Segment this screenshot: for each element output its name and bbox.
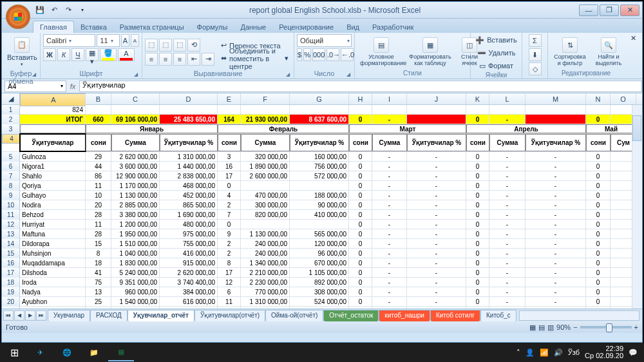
cell[interactable]: 1 000 000,00 [111,307,160,309]
column-header[interactable]: C [111,93,160,104]
cell[interactable]: 960 000,00 [111,287,160,296]
tray-notifications-icon[interactable]: 💬 [629,348,638,357]
cell[interactable]: - [489,268,526,277]
cell[interactable]: 0 [586,191,611,200]
row-header[interactable]: 1 [2,105,20,115]
sheet-tab[interactable]: Ойма-ой(отчёт) [265,310,323,321]
column-header[interactable]: H [349,93,372,104]
format-cells-button[interactable]: ▭Формат [477,60,516,71]
cell[interactable]: 320 000,00 [241,152,290,161]
cell[interactable]: - [526,162,586,171]
cell[interactable]: 0 [466,307,489,309]
cell[interactable]: - [489,181,526,190]
sort-filter-button[interactable]: ⇅Сортировка и фильтр [551,36,589,68]
sheet-tab[interactable]: Отчёт_остаток [323,310,379,321]
cell[interactable] [160,105,218,114]
cell[interactable]: - [372,307,407,309]
cell[interactable]: - [489,115,526,124]
cell[interactable]: 824 [20,105,86,114]
italic-button[interactable]: К [57,48,70,61]
cell[interactable]: - [407,287,466,296]
dialog-launcher-icon[interactable]: ◢ [31,71,37,78]
cell[interactable]: - [526,297,586,306]
row-header[interactable]: 7 [2,171,20,181]
number-format-select[interactable]: Общий▾ [297,34,352,47]
cell[interactable]: - [526,268,586,277]
font-color-button[interactable]: A [118,48,135,61]
cell[interactable]: - [526,278,586,287]
view-layout-icon[interactable]: ▤ [538,323,545,332]
cell[interactable]: Behzod [20,210,86,219]
ribbon-close-icon[interactable]: ✕ [630,34,639,43]
cell[interactable]: 15 [86,239,111,248]
cell[interactable]: Iroda [20,278,86,287]
cell[interactable]: - [407,191,466,200]
fx-icon[interactable]: fx [66,82,79,90]
cell[interactable]: 0 [349,268,372,277]
cell[interactable]: 0 [466,249,489,258]
cell[interactable]: - [372,268,407,277]
cell[interactable]: 0 [586,268,611,277]
grow-font-icon[interactable]: A [121,34,129,47]
column-header[interactable]: L [489,93,526,104]
cell[interactable]: 0 [466,287,489,296]
column-header[interactable]: F [241,93,290,104]
taskbar-app-chrome[interactable]: 🌐 [54,343,80,361]
sheet-tab[interactable]: Китоб сотилг [430,310,480,321]
cell[interactable]: 0 [349,181,372,190]
row-header[interactable]: 19 [2,287,20,297]
cell[interactable]: Dilshoda [20,268,86,277]
cell[interactable]: 565 000,00 [290,229,349,238]
cell[interactable]: 572 000,00 [290,171,349,180]
percent-icon[interactable]: % [303,48,311,61]
worksheet-grid[interactable]: ◢ ABCDEFGHIJKLMNO 18242ИТОГ66069 106 000… [2,93,642,309]
cell[interactable] [111,105,160,114]
dialog-launcher-icon[interactable]: ◢ [285,71,291,78]
cell[interactable]: 384 000,00 [160,287,218,296]
row-header[interactable]: 16 [2,258,20,268]
cell[interactable]: Muhsinjon [20,249,86,258]
cell[interactable]: - [489,249,526,258]
cell[interactable]: - [489,210,526,219]
cell[interactable]: - [372,220,407,229]
cell[interactable]: 0 [349,287,372,296]
ribbon-tab[interactable]: Разметка страницы [113,21,191,33]
cell[interactable]: 1 200 000,00 [111,220,160,229]
cell[interactable]: 8 [86,249,111,258]
cell[interactable]: 0 [466,171,489,180]
row-header[interactable]: 20 [2,297,20,307]
cell[interactable]: - [372,239,407,248]
cell[interactable]: - [526,210,586,219]
cell[interactable]: Gulhayo [20,191,86,200]
taskbar-app-telegram[interactable]: ✈ [27,343,53,361]
cell[interactable]: 524 000,00 [290,297,349,306]
cell[interactable]: 820 000,00 [241,210,290,219]
find-select-button[interactable]: 🔍Найти и выделить [591,36,627,68]
align-middle-icon[interactable]: ⬚ [159,39,172,52]
cell[interactable]: 3 [218,152,241,161]
cell[interactable]: 100 000,00 [241,307,290,309]
cell[interactable]: - [407,220,466,229]
dialog-launcher-icon[interactable]: ◢ [133,71,139,78]
row-header[interactable]: 9 [2,191,20,200]
cell[interactable]: 452 000,00 [160,191,218,200]
cell[interactable]: - [489,297,526,306]
cell[interactable]: 1 130 000,00 [111,191,160,200]
cell[interactable]: 90 000,00 [290,200,349,209]
cell[interactable]: 0 [349,210,372,219]
cell[interactable]: 3 600 000,00 [111,162,160,171]
inc-decimal-icon[interactable]: .0→ [327,48,339,61]
insert-cells-button[interactable]: ➕Вставить [473,34,520,46]
sheet-nav-first-icon[interactable]: ⏮ [3,310,14,321]
column-header[interactable]: I [372,93,407,104]
column-header[interactable]: A [20,93,86,106]
cell[interactable]: Muqaddamapa [20,258,86,267]
tray-wifi-icon[interactable]: 📶 [540,348,549,357]
cell[interactable]: - [407,200,466,209]
font-size-select[interactable]: 11▾ [97,34,120,47]
cell[interactable]: 1 130 000,00 [241,229,290,238]
cell[interactable]: 44 [86,162,111,171]
cell[interactable]: 11 [86,181,111,190]
conditional-format-button[interactable]: ▤Условное форматирование [357,36,405,68]
row-header[interactable]: 4 [2,134,20,144]
